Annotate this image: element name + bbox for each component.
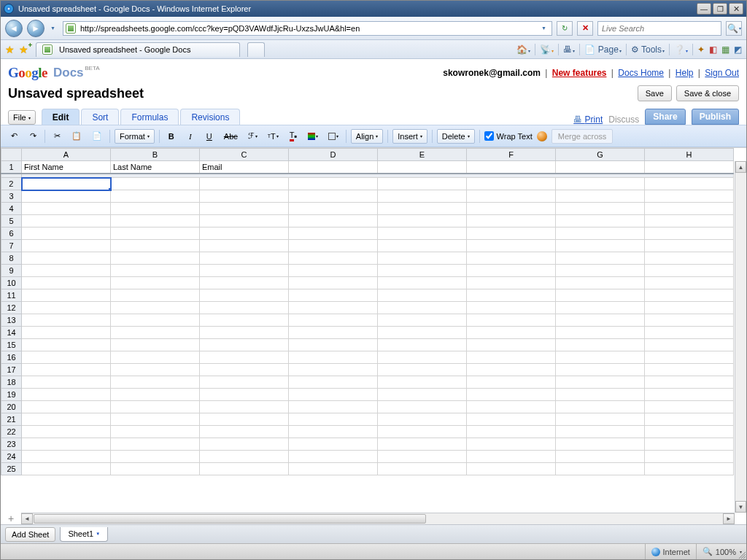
address-bar[interactable]: ▼ [63,21,552,36]
help-link[interactable]: Help [676,68,694,78]
cell[interactable] [22,389,111,401]
row-header[interactable]: 5 [1,215,22,228]
cell[interactable] [200,252,289,265]
fill-color-button[interactable]: ▾ [305,129,321,144]
cell[interactable] [22,228,111,240]
cell[interactable]: Last Name [111,161,200,174]
cell[interactable] [289,289,378,302]
cell[interactable] [645,351,734,364]
tools-menu[interactable]: ⚙ Tools▾ [631,44,665,55]
cell[interactable] [467,228,556,240]
cell[interactable] [467,364,556,376]
delete-menu[interactable]: Delete▾ [437,129,475,144]
cell[interactable] [22,178,111,190]
cell[interactable] [556,376,645,389]
cell[interactable] [467,413,556,426]
align-menu[interactable]: Align▾ [351,129,383,144]
row-header[interactable]: 3 [1,190,22,203]
cell[interactable] [22,351,111,364]
color-orb-icon[interactable] [537,131,547,141]
cell[interactable] [645,463,734,475]
cell[interactable] [467,190,556,203]
cell[interactable] [556,277,645,289]
ext2-icon[interactable]: ◧ [709,44,717,55]
file-menu[interactable]: File▾ [8,110,36,125]
cell[interactable] [467,302,556,314]
cell[interactable] [378,277,467,289]
back-button[interactable]: ◄ [5,20,23,37]
cell[interactable] [111,302,200,314]
cell[interactable] [645,314,734,327]
cell[interactable] [289,203,378,215]
cell[interactable] [22,190,111,203]
cell[interactable] [22,451,111,463]
cell[interactable] [556,265,645,277]
cell[interactable] [556,339,645,351]
format-menu[interactable]: Format▾ [115,129,155,144]
row-header[interactable]: 14 [1,327,22,339]
cell[interactable] [467,339,556,351]
row-header[interactable]: 8 [1,252,22,265]
cell[interactable] [22,426,111,438]
cell[interactable] [378,339,467,351]
cell[interactable] [467,277,556,289]
row-header[interactable]: 23 [1,438,22,451]
page-menu[interactable]: 📄 Page▾ [584,44,621,55]
font-family-button[interactable]: ℱ▾ [245,129,260,144]
add-favorite-icon[interactable]: ★ [19,44,28,55]
home-icon[interactable]: 🏠▾ [516,44,530,55]
save-button[interactable]: Save [638,85,672,101]
row-header[interactable]: 18 [1,376,22,389]
add-row-button[interactable]: + [4,513,18,524]
new-tab-button[interactable] [247,42,265,57]
wrap-text-toggle[interactable]: Wrap Text [484,131,533,141]
cell[interactable] [200,351,289,364]
cell[interactable]: First Name [22,161,111,174]
cell[interactable] [645,277,734,289]
cell[interactable] [467,203,556,215]
cell[interactable] [556,203,645,215]
tab-revisions[interactable]: Revisions [180,109,240,125]
italic-button[interactable]: I [183,129,198,144]
favorites-icon[interactable]: ★ [5,44,15,55]
cell[interactable] [556,178,645,190]
cell[interactable] [111,314,200,327]
cell[interactable] [645,265,734,277]
cell[interactable] [289,314,378,327]
row-header[interactable]: 12 [1,302,22,314]
cell[interactable] [200,203,289,215]
row-header[interactable]: 22 [1,426,22,438]
cell[interactable] [467,451,556,463]
cell[interactable] [378,190,467,203]
cell[interactable] [556,389,645,401]
cell[interactable] [645,401,734,413]
cell[interactable] [22,203,111,215]
merge-across-button[interactable]: Merge across [551,129,614,144]
cell[interactable] [467,327,556,339]
cell[interactable] [645,252,734,265]
col-header[interactable]: B [111,149,200,161]
cell[interactable] [378,401,467,413]
cell[interactable] [289,302,378,314]
cell[interactable] [556,252,645,265]
cell[interactable] [200,240,289,252]
scroll-thumb[interactable] [34,514,426,524]
select-all-corner[interactable] [1,149,22,161]
cell[interactable] [111,277,200,289]
url-dropdown[interactable]: ▼ [541,26,546,31]
scroll-up-button[interactable]: ▲ [735,161,746,173]
cell[interactable] [22,438,111,451]
underline-button[interactable]: U [202,129,217,144]
cell[interactable] [289,277,378,289]
cell[interactable] [22,364,111,376]
cell[interactable] [467,438,556,451]
cell[interactable] [22,327,111,339]
col-header[interactable]: E [378,149,467,161]
cell[interactable] [22,463,111,475]
cell[interactable] [289,240,378,252]
cell[interactable] [645,438,734,451]
row-header[interactable]: 7 [1,240,22,252]
feeds-icon[interactable]: 📡▾ [540,44,554,55]
discuss-link[interactable]: Discuss [608,114,639,125]
tab-formulas[interactable]: Formulas [120,109,179,125]
